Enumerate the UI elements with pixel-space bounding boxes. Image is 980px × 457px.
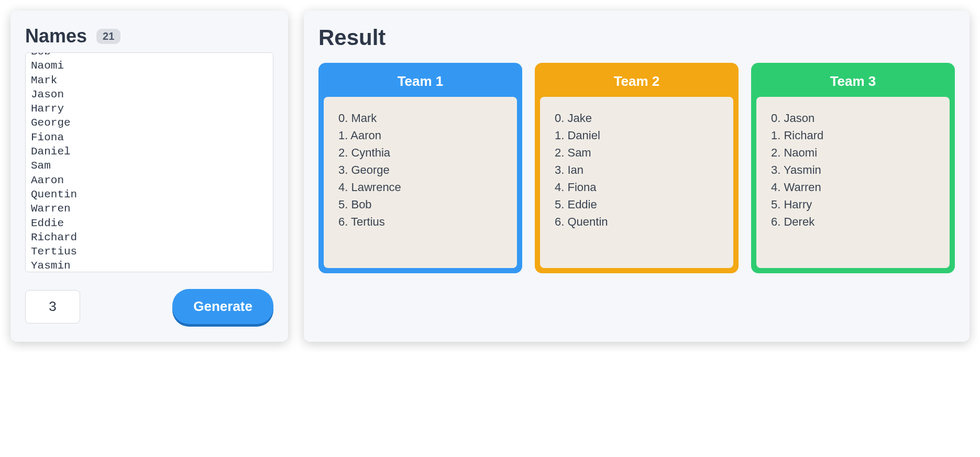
generate-button[interactable]: Generate bbox=[172, 289, 273, 324]
names-panel: Names 21 Generate bbox=[10, 10, 288, 342]
team-member: 3. Yasmin bbox=[771, 161, 935, 179]
team-card: Team 30. Jason1. Richard2. Naomi3. Yasmi… bbox=[751, 63, 955, 273]
team-member: 5. Bob bbox=[338, 196, 502, 213]
team-member: 2. Sam bbox=[555, 144, 719, 161]
team-member: 3. Ian bbox=[555, 161, 719, 179]
team-member: 5. Eddie bbox=[555, 196, 719, 213]
team-member: 1. Daniel bbox=[555, 127, 719, 144]
team-member: 1. Richard bbox=[771, 127, 935, 144]
team-member: 5. Harry bbox=[771, 196, 935, 213]
team-member: 2. Cynthia bbox=[338, 144, 502, 161]
team-member: 4. Warren bbox=[771, 179, 935, 196]
result-title: Result bbox=[318, 25, 955, 50]
controls-row: Generate bbox=[25, 289, 273, 324]
team-member: 6. Tertius bbox=[338, 213, 502, 230]
team-member: 0. Jason bbox=[771, 109, 935, 127]
team-member: 3. George bbox=[338, 161, 502, 179]
team-member: 0. Mark bbox=[338, 109, 502, 127]
names-title: Names bbox=[25, 25, 87, 47]
team-card-body: 0. Mark1. Aaron2. Cynthia3. George4. Law… bbox=[324, 97, 517, 268]
team-card: Team 10. Mark1. Aaron2. Cynthia3. George… bbox=[318, 63, 522, 273]
team-member: 2. Naomi bbox=[771, 144, 935, 161]
team-card: Team 20. Jake1. Daniel2. Sam3. Ian4. Fio… bbox=[535, 63, 739, 273]
teams-row: Team 10. Mark1. Aaron2. Cynthia3. George… bbox=[318, 63, 955, 273]
team-member: 4. Fiona bbox=[555, 179, 719, 196]
team-member: 0. Jake bbox=[555, 109, 719, 127]
team-card-header: Team 1 bbox=[324, 68, 517, 97]
team-member: 6. Derek bbox=[771, 213, 935, 230]
names-textarea[interactable] bbox=[25, 52, 273, 272]
team-count-input[interactable] bbox=[25, 290, 80, 324]
result-panel: Result Team 10. Mark1. Aaron2. Cynthia3.… bbox=[304, 10, 970, 342]
names-header: Names 21 bbox=[25, 25, 273, 47]
team-member: 6. Quentin bbox=[555, 213, 719, 230]
team-card-body: 0. Jason1. Richard2. Naomi3. Yasmin4. Wa… bbox=[756, 97, 950, 268]
names-count-badge: 21 bbox=[96, 29, 120, 44]
team-member: 1. Aaron bbox=[338, 127, 502, 144]
team-card-body: 0. Jake1. Daniel2. Sam3. Ian4. Fiona5. E… bbox=[540, 97, 733, 268]
team-member: 4. Lawrence bbox=[338, 179, 502, 196]
team-card-header: Team 2 bbox=[540, 68, 733, 97]
team-card-header: Team 3 bbox=[756, 68, 950, 97]
